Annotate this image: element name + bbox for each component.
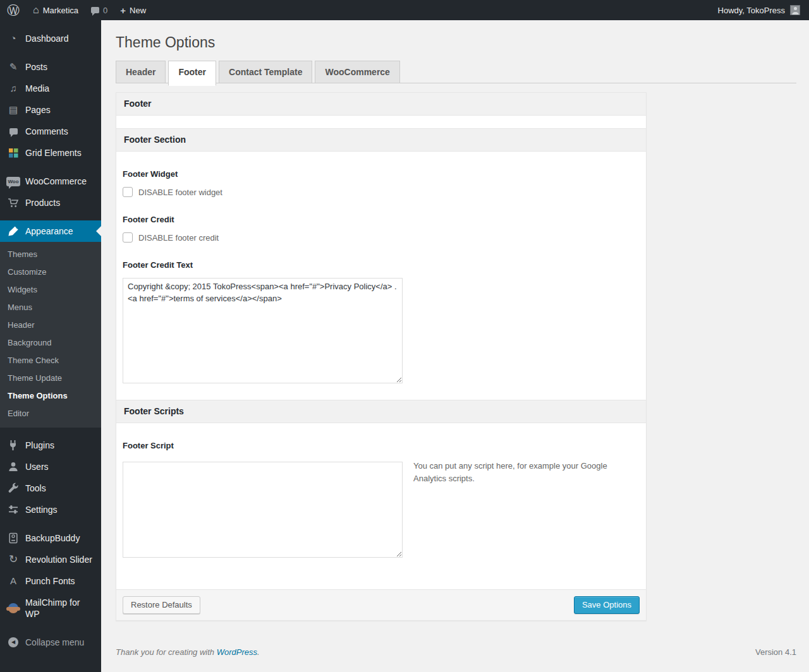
submenu-item-background[interactable]: Background bbox=[0, 334, 101, 352]
submenu-item-theme-update[interactable]: Theme Update bbox=[0, 369, 101, 387]
wrench-icon bbox=[6, 483, 20, 494]
footer-credit-checkbox-row: DISABLE footer credit bbox=[123, 232, 640, 243]
submenu-item-menus[interactable]: Menus bbox=[0, 299, 101, 316]
submenu-item-theme-check[interactable]: Theme Check bbox=[0, 352, 101, 369]
letter-a-icon: A bbox=[6, 575, 20, 587]
new-label: New bbox=[130, 6, 146, 15]
disable-footer-widget-checkbox[interactable] bbox=[123, 187, 133, 197]
sliders-icon bbox=[6, 504, 20, 515]
sidebar-item-revolution-slider[interactable]: ↻ Revolution Slider bbox=[0, 549, 101, 570]
section-title-footer-section: Footer Section bbox=[116, 128, 646, 152]
site-name-label: Marketica bbox=[43, 6, 78, 15]
disable-footer-widget-checkbox-label[interactable]: DISABLE footer widget bbox=[138, 188, 222, 197]
page-title: Theme Options bbox=[116, 33, 796, 52]
user-icon bbox=[6, 461, 20, 472]
sidebar-item-label: WooCommerce bbox=[25, 176, 87, 187]
footer-thanks-text: Thank you for creating with WordPress. bbox=[116, 647, 260, 657]
sidebar-item-collapse-menu[interactable]: ◀ Collapse menu bbox=[0, 632, 101, 653]
sidebar-item-plugins[interactable]: Plugins bbox=[0, 435, 101, 456]
sidebar-item-label: BackupBuddy bbox=[25, 532, 80, 544]
sidebar-item-label: Dashboard bbox=[25, 33, 69, 44]
woocommerce-badge-icon: Woo bbox=[6, 177, 20, 186]
sidebar-item-pages[interactable]: ▤ Pages bbox=[0, 99, 101, 121]
tab-footer[interactable]: Footer bbox=[168, 61, 216, 86]
sidebar-item-products[interactable]: Products bbox=[0, 192, 101, 213]
tab-contact-template[interactable]: Contact Template bbox=[219, 61, 312, 83]
sidebar-item-label: Plugins bbox=[25, 440, 54, 451]
submenu-item-themes[interactable]: Themes bbox=[0, 246, 101, 263]
save-options-button[interactable]: Save Options bbox=[574, 596, 640, 614]
sidebar-item-label: Collapse menu bbox=[25, 637, 84, 648]
sidebar-item-dashboard[interactable]: ◔ Dashboard bbox=[0, 28, 101, 49]
footer-credit-text-textarea[interactable]: Copyright &copy; 2015 TokoPress<span><a … bbox=[123, 278, 403, 383]
refresh-icon: ↻ bbox=[6, 554, 20, 565]
disable-footer-credit-checkbox[interactable] bbox=[123, 232, 133, 243]
admin-menu: ◔ Dashboard ✎ Posts ♫ Media ▤ Pages Comm… bbox=[0, 20, 101, 672]
wordpress-logo-icon[interactable]: Ⓦ bbox=[0, 0, 27, 20]
footer-section-body: Footer Widget DISABLE footer widget Foot… bbox=[116, 169, 646, 400]
footer-script-help-text: You can put any script here, for example… bbox=[413, 460, 611, 485]
dashboard-icon: ◔ bbox=[6, 33, 20, 44]
sidebar-item-media[interactable]: ♫ Media bbox=[0, 78, 101, 99]
sidebar-item-label: Settings bbox=[25, 504, 58, 515]
tab-woocommerce[interactable]: WooCommerce bbox=[315, 61, 399, 83]
sidebar-item-users[interactable]: Users bbox=[0, 456, 101, 477]
sidebar-item-posts[interactable]: ✎ Posts bbox=[0, 56, 101, 78]
sidebar-item-backupbuddy[interactable]: BackupBuddy bbox=[0, 527, 101, 549]
sidebar-item-label: Products bbox=[25, 197, 60, 208]
mailchimp-monkey-icon bbox=[6, 603, 20, 613]
admin-footer: Thank you for creating with WordPress. V… bbox=[116, 647, 796, 666]
appearance-brush-icon bbox=[6, 225, 20, 237]
thanks-prefix: Thank you for creating with bbox=[116, 647, 214, 657]
restore-defaults-button[interactable]: Restore Defaults bbox=[123, 596, 200, 614]
pages-icon: ▤ bbox=[6, 104, 20, 116]
thanks-suffix: . bbox=[257, 647, 260, 657]
section-title-footer-scripts: Footer Scripts bbox=[116, 400, 646, 423]
sidebar-item-appearance[interactable]: Appearance bbox=[0, 220, 101, 242]
avatar bbox=[790, 5, 800, 15]
sidebar-item-grid-elements[interactable]: Grid Elements bbox=[0, 142, 101, 164]
sidebar-item-comments[interactable]: Comments bbox=[0, 121, 101, 142]
backup-drive-icon bbox=[6, 532, 20, 544]
sidebar-item-mailchimp[interactable]: MailChimp for WP bbox=[0, 592, 101, 625]
submenu-item-customize[interactable]: Customize bbox=[0, 263, 101, 281]
sidebar-item-label: Appearance bbox=[25, 225, 73, 237]
site-name-link[interactable]: ⌂ Marketica bbox=[27, 0, 85, 20]
sidebar-item-punch-fonts[interactable]: A Punch Fonts bbox=[0, 570, 101, 592]
cart-icon bbox=[6, 197, 20, 208]
sidebar-item-label: Comments bbox=[25, 126, 68, 137]
footer-credit-label: Footer Credit bbox=[123, 215, 640, 224]
new-content-menu[interactable]: + New bbox=[114, 0, 152, 20]
sidebar-item-label: Posts bbox=[25, 61, 47, 73]
sidebar-item-woocommerce[interactable]: Woo WooCommerce bbox=[0, 171, 101, 192]
main-content: Theme Options Header Footer Contact Temp… bbox=[101, 20, 809, 672]
submenu-item-header[interactable]: Header bbox=[0, 316, 101, 334]
sidebar-item-label: Tools bbox=[25, 483, 46, 494]
howdy-label: Howdy, TokoPress bbox=[718, 6, 785, 15]
comment-count: 0 bbox=[103, 6, 107, 15]
grid-elements-icon bbox=[6, 148, 20, 158]
plus-icon: + bbox=[120, 5, 126, 16]
submenu-item-theme-options[interactable]: Theme Options bbox=[0, 387, 101, 405]
submenu-item-widgets[interactable]: Widgets bbox=[0, 281, 101, 299]
footer-script-textarea[interactable] bbox=[123, 462, 403, 558]
tab-header[interactable]: Header bbox=[116, 61, 166, 83]
collapse-arrow-icon: ◀ bbox=[6, 637, 20, 647]
footer-scripts-body: Footer Script You can put any script her… bbox=[116, 441, 646, 589]
sidebar-item-label: Users bbox=[25, 461, 49, 472]
sidebar-item-settings[interactable]: Settings bbox=[0, 499, 101, 520]
comments-adminbar-link[interactable]: 0 bbox=[85, 0, 114, 20]
theme-options-panel: Footer Footer Section Footer Widget DISA… bbox=[116, 92, 647, 621]
version-label: Version 4.1 bbox=[755, 647, 796, 657]
sidebar-item-label: Revolution Slider bbox=[25, 554, 92, 565]
panel-action-bar: Restore Defaults Save Options bbox=[116, 589, 646, 620]
plug-icon bbox=[6, 440, 20, 451]
account-menu[interactable]: Howdy, TokoPress bbox=[718, 5, 809, 15]
tab-bar: Header Footer Contact Template WooCommer… bbox=[116, 61, 796, 83]
sidebar-item-tools[interactable]: Tools bbox=[0, 477, 101, 499]
disable-footer-credit-checkbox-label[interactable]: DISABLE footer credit bbox=[138, 233, 219, 243]
sidebar-item-label: Media bbox=[25, 83, 49, 94]
submenu-item-editor[interactable]: Editor bbox=[0, 405, 101, 423]
appearance-submenu: Themes Customize Widgets Menus Header Ba… bbox=[0, 242, 101, 428]
wordpress-link[interactable]: WordPress bbox=[217, 647, 257, 657]
